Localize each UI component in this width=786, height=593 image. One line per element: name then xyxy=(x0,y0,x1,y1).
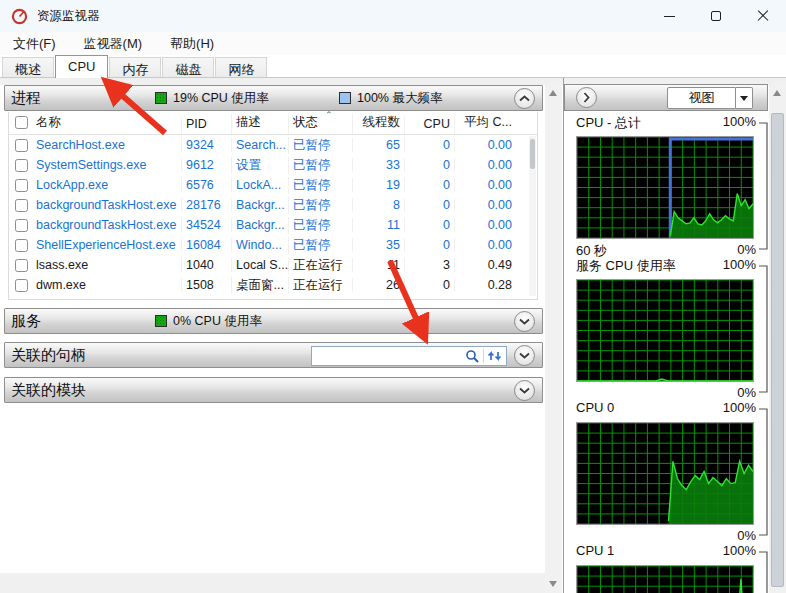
menu-help[interactable]: 帮助(H) xyxy=(166,33,218,55)
processes-title: 进程 xyxy=(11,89,41,108)
table-scrollbar[interactable] xyxy=(529,136,536,296)
tab-cpu[interactable]: CPU xyxy=(55,55,108,78)
dropdown-arrow-icon xyxy=(740,96,748,101)
graph-ymax-label: 100% xyxy=(723,114,756,132)
services-cpu-label: 0% CPU 使用率 xyxy=(173,313,262,330)
graphs-scrollbar-thumb[interactable] xyxy=(771,113,784,587)
graph-title: CPU - 总计 xyxy=(576,114,641,132)
table-row[interactable]: SystemSettings.exe 9612 设置 已暂停 33 0 0.00 xyxy=(9,155,537,175)
maximize-icon xyxy=(711,11,721,21)
bottom-strip xyxy=(0,573,545,593)
graphs-toolbar: 视图 xyxy=(564,84,768,111)
table-row[interactable]: backgroundTaskHost.exe 28176 Backgr... 已… xyxy=(9,195,537,215)
cpu-1-chart xyxy=(577,566,753,593)
menu-bar: 文件(F) 监视器(M) 帮助(H) xyxy=(0,32,786,55)
select-all-checkbox[interactable] xyxy=(15,116,28,129)
processes-section-header[interactable]: 进程 19% CPU 使用率 100% 最大频率 xyxy=(4,85,543,111)
max-frequency-label: 100% 最大频率 xyxy=(357,90,442,107)
modules-section-header[interactable]: 关联的模块 xyxy=(4,377,543,403)
table-scrollbar-thumb[interactable] xyxy=(530,139,535,169)
row-checkbox[interactable] xyxy=(15,239,28,252)
handles-search-box xyxy=(311,346,507,366)
resource-monitor-window: 资源监视器 文件(F) 监视器(M) 帮助(H) 概述 CPU 内存 磁盘 网络… xyxy=(0,0,786,593)
cpu-usage-label: 19% CPU 使用率 xyxy=(173,90,269,107)
graph-ymax-label: 100% xyxy=(723,257,756,275)
view-split-button: 视图 xyxy=(667,87,753,109)
row-checkbox[interactable] xyxy=(15,179,28,192)
handles-section-header[interactable]: 关联的句柄 xyxy=(4,342,543,368)
row-checkbox[interactable] xyxy=(15,219,28,232)
cpu-0-chart xyxy=(577,423,753,524)
max-frequency-meter-icon xyxy=(339,92,351,104)
tab-network[interactable]: 网络 xyxy=(215,57,267,78)
processes-collapse-button[interactable] xyxy=(514,88,535,109)
minimize-icon xyxy=(664,16,675,17)
scroll-up-icon[interactable] xyxy=(773,90,781,96)
modules-expand-button[interactable] xyxy=(514,380,535,401)
refresh-search-icon[interactable] xyxy=(487,349,503,364)
table-row[interactable]: backgroundTaskHost.exe 34524 Backgr... 已… xyxy=(9,215,537,235)
graph-cpu-1: CPU 1 100% 0% xyxy=(564,543,768,593)
process-rows: SearchHost.exe 9324 Search... 已暂停 65 0 0… xyxy=(9,135,537,295)
table-row[interactable]: lsass.exe 1040 Local S... 正在运行 11 3 0.49 xyxy=(9,255,537,275)
process-table: ⌃ 名称 PID 描述 状态 线程数 CPU 平均 C... SearchHos… xyxy=(8,112,538,300)
graph-title: CPU 0 xyxy=(576,400,614,415)
column-header-cpu[interactable]: CPU xyxy=(404,117,454,134)
view-dropdown-button[interactable] xyxy=(736,87,753,109)
table-row[interactable]: LockApp.exe 6576 LockA... 已暂停 19 0 0.00 xyxy=(9,175,537,195)
handles-expand-button[interactable] xyxy=(514,345,535,366)
menu-file[interactable]: 文件(F) xyxy=(9,33,60,55)
search-divider xyxy=(483,349,484,363)
services-title: 服务 xyxy=(11,312,41,331)
service-cpu-chart xyxy=(577,280,753,381)
process-table-header: ⌃ 名称 PID 描述 状态 线程数 CPU 平均 C... xyxy=(9,112,537,135)
column-header-threads[interactable]: 线程数 xyxy=(352,114,404,134)
row-checkbox[interactable] xyxy=(15,259,28,272)
services-cpu-legend: 0% CPU 使用率 xyxy=(155,313,262,330)
graphs-scrollbar[interactable] xyxy=(769,84,786,593)
view-button[interactable]: 视图 xyxy=(667,87,736,109)
scroll-up-icon[interactable] xyxy=(549,90,557,96)
maximize-button[interactable] xyxy=(693,0,739,32)
main-scrollbar[interactable] xyxy=(545,84,562,593)
modules-title: 关联的模块 xyxy=(11,381,86,400)
table-row[interactable]: dwm.exe 1508 桌面窗... 正在运行 26 0 0.28 xyxy=(9,275,537,295)
column-header-avg[interactable]: 平均 C... xyxy=(454,114,516,134)
column-header-name[interactable]: 名称 xyxy=(9,114,181,134)
graph-ymax-label: 100% xyxy=(723,400,756,415)
search-icon[interactable] xyxy=(465,349,480,364)
scroll-down-icon[interactable] xyxy=(549,581,557,587)
menu-monitor[interactable]: 监视器(M) xyxy=(80,33,147,55)
table-row[interactable]: SearchHost.exe 9324 Search... 已暂停 65 0 0… xyxy=(9,135,537,155)
services-section-header[interactable]: 服务 0% CPU 使用率 xyxy=(4,308,543,334)
chevron-right-icon xyxy=(583,92,590,103)
tab-memory[interactable]: 内存 xyxy=(109,57,161,78)
row-checkbox[interactable] xyxy=(15,159,28,172)
row-checkbox[interactable] xyxy=(15,199,28,212)
close-icon xyxy=(757,10,769,22)
close-button[interactable] xyxy=(740,0,786,32)
minimize-button[interactable] xyxy=(646,0,692,32)
tab-overview[interactable]: 概述 xyxy=(2,57,54,78)
column-header-desc[interactable]: 描述 xyxy=(231,114,288,134)
services-expand-button[interactable] xyxy=(514,311,535,332)
tab-disk[interactable]: 磁盘 xyxy=(162,57,214,78)
graphs-collapse-button[interactable] xyxy=(576,87,597,108)
handles-search-input[interactable] xyxy=(312,347,462,365)
chevron-down-icon xyxy=(519,352,530,359)
graph-title: CPU 1 xyxy=(576,543,614,558)
graphs-panel: CPU - 总计 100% 60 秒 0% 服务 CPU 使用率 100% 0% xyxy=(564,111,768,593)
graph-ymin-label: 0% xyxy=(737,528,756,543)
handles-title: 关联的句柄 xyxy=(11,346,86,365)
column-header-pid[interactable]: PID xyxy=(181,117,231,134)
row-checkbox[interactable] xyxy=(15,139,28,152)
cpu-total-chart xyxy=(577,137,753,238)
window-title: 资源监视器 xyxy=(37,8,100,25)
table-row[interactable]: ShellExperienceHost.exe 16084 Windo... 已… xyxy=(9,235,537,255)
column-header-status[interactable]: 状态 xyxy=(288,114,352,134)
chevron-down-icon xyxy=(519,387,530,394)
graph-cpu-0: CPU 0 100% 0% xyxy=(564,400,768,543)
resource-monitor-icon xyxy=(11,8,28,25)
row-checkbox[interactable] xyxy=(15,279,28,292)
chevron-up-icon xyxy=(519,95,530,102)
